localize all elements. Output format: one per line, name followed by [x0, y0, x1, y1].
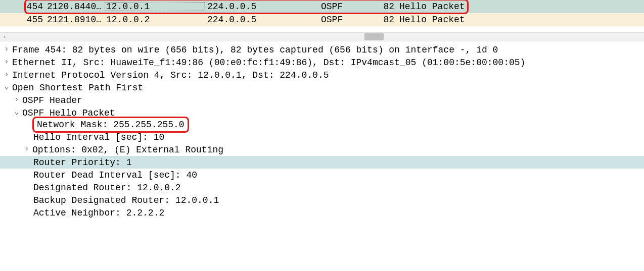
- chevron-down-icon[interactable]: [13, 108, 22, 118]
- field-hello-interval[interactable]: Hello Interval [sec]: 10: [0, 131, 644, 143]
- col-source: 12.0.0.1: [104, 2, 205, 12]
- chevron-right-icon[interactable]: [3, 58, 12, 67]
- chevron-right-icon[interactable]: [13, 96, 22, 104]
- router-priority-value: Router Priority: 1: [33, 157, 131, 168]
- packet-details-pane: Frame 454: 82 bytes on wire (656 bits), …: [0, 41, 644, 221]
- field-router-priority[interactable]: Router Priority: 1: [0, 156, 644, 169]
- neighbor-value: Active Neighbor: 2.2.2.2: [33, 208, 164, 218]
- col-destination: 224.0.0.5: [205, 2, 319, 12]
- col-time: 2120.8440…: [46, 2, 104, 12]
- packet-row[interactable]: 455 2121.8910… 12.0.0.2 224.0.0.5 OSPF 8…: [0, 13, 644, 26]
- col-destination: 224.0.0.5: [205, 15, 319, 25]
- ethernet-summary: Ethernet II, Src: HuaweiTe_f1:49:86 (00:…: [12, 58, 525, 68]
- hello-interval-value: Hello Interval [sec]: 10: [33, 132, 164, 142]
- col-source: 12.0.0.2: [104, 15, 205, 25]
- ospf-header: OSPF Header: [22, 95, 82, 105]
- options-value: Options: 0x02, (E) External Routing: [32, 145, 223, 155]
- chevron-right-icon[interactable]: [23, 145, 32, 154]
- network-mask-value: Network Mask: 255.255.255.0: [37, 120, 185, 130]
- field-active-neighbor[interactable]: Active Neighbor: 2.2.2.2: [0, 206, 644, 219]
- field-network-mask[interactable]: Network Mask: 255.255.255.0: [0, 118, 644, 131]
- col-protocol: OSPF: [319, 15, 377, 25]
- tree-ospf-header[interactable]: OSPF Header: [0, 94, 644, 106]
- field-options[interactable]: Options: 0x02, (E) External Routing: [0, 143, 644, 156]
- dr-value: Designated Router: 12.0.0.2: [33, 183, 181, 193]
- scroll-track[interactable]: [9, 32, 644, 41]
- chevron-down-icon[interactable]: [3, 83, 12, 92]
- col-time: 2121.8910…: [46, 15, 104, 25]
- ip-summary: Internet Protocol Version 4, Src: 12.0.0…: [12, 70, 329, 80]
- col-protocol: OSPF: [319, 2, 377, 12]
- col-length: 82: [377, 15, 397, 25]
- scroll-thumb[interactable]: [364, 33, 384, 40]
- highlight-box: 454 2120.8440… 12.0.0.1 224.0.0.5 OSPF 8…: [24, 0, 469, 14]
- col-length: 82: [377, 2, 397, 12]
- col-info: Hello Packet: [397, 15, 465, 25]
- packet-list: 454 2120.8440… 12.0.0.1 224.0.0.5 OSPF 8…: [0, 0, 644, 26]
- col-number: 455: [26, 15, 46, 25]
- scroll-left-icon[interactable]: ‹: [0, 32, 9, 41]
- ospf-root: Open Shortest Path First: [12, 83, 143, 93]
- frame-summary: Frame 454: 82 bytes on wire (656 bits), …: [12, 45, 498, 55]
- field-dead-interval[interactable]: Router Dead Interval [sec]: 40: [0, 169, 644, 181]
- field-backup-designated-router[interactable]: Backup Designated Router: 12.0.0.1: [0, 194, 644, 206]
- col-info: Hello Packet: [397, 2, 465, 12]
- horizontal-scrollbar[interactable]: ‹: [0, 32, 644, 41]
- row-content: 455 2121.8910… 12.0.0.2 224.0.0.5 OSPF 8…: [26, 13, 467, 26]
- highlight-box: Network Mask: 255.255.255.0: [32, 117, 189, 133]
- field-designated-router[interactable]: Designated Router: 12.0.0.2: [0, 181, 644, 194]
- col-number: 454: [26, 2, 46, 12]
- chevron-right-icon[interactable]: [3, 71, 12, 79]
- tree-ethernet[interactable]: Ethernet II, Src: HuaweiTe_f1:49:86 (00:…: [0, 56, 644, 69]
- packet-row[interactable]: 454 2120.8440… 12.0.0.1 224.0.0.5 OSPF 8…: [0, 0, 644, 13]
- chevron-right-icon[interactable]: [3, 45, 12, 54]
- dead-interval-value: Router Dead Interval [sec]: 40: [33, 170, 197, 180]
- bdr-value: Backup Designated Router: 12.0.0.1: [33, 195, 219, 205]
- tree-ip[interactable]: Internet Protocol Version 4, Src: 12.0.0…: [0, 69, 644, 81]
- tree-ospf[interactable]: Open Shortest Path First: [0, 81, 644, 94]
- tree-frame[interactable]: Frame 454: 82 bytes on wire (656 bits), …: [0, 43, 644, 56]
